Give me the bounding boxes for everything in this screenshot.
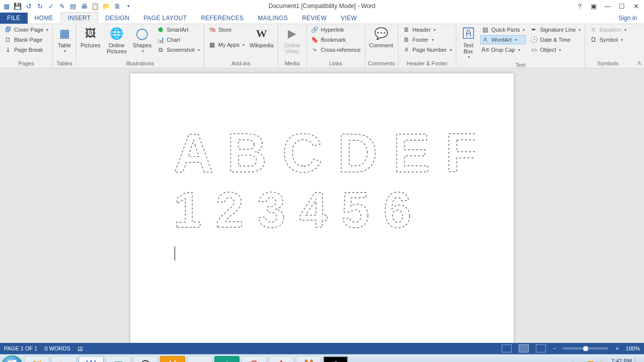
- zoom-in-icon[interactable]: +: [615, 345, 618, 351]
- collapse-ribbon-icon[interactable]: ᐱ: [637, 60, 641, 66]
- store-button[interactable]: 🛍Store: [207, 25, 246, 34]
- zoom-out-icon[interactable]: −: [553, 345, 556, 351]
- tab-file[interactable]: FILE: [0, 13, 28, 24]
- document-workspace[interactable]: A B C D E F 1 2 3 4 5 6: [0, 68, 644, 343]
- tab-references[interactable]: REFERENCES: [194, 13, 251, 24]
- cross-reference-icon: ⤷: [311, 46, 319, 54]
- cover-page-button[interactable]: 🗐Cover Page: [3, 25, 49, 34]
- screenshot-button[interactable]: ⧉Screenshot: [155, 45, 201, 54]
- header-button[interactable]: 🗎Header: [401, 25, 453, 34]
- qat-item-icon[interactable]: ✎: [57, 2, 66, 11]
- footer-button[interactable]: 🗎Footer: [401, 35, 453, 44]
- blank-page-button[interactable]: 🗋Blank Page: [3, 35, 49, 44]
- text-box-button[interactable]: 🄰Text Box: [459, 25, 477, 61]
- chart-icon: 📊: [156, 36, 165, 44]
- quick-parts-button[interactable]: ▤Quick Parts: [480, 25, 526, 34]
- taskbar-opera-icon[interactable]: O: [242, 356, 267, 363]
- hyperlink-button[interactable]: 🔗Hyperlink: [310, 25, 362, 34]
- svg-text:1 2 3 4 5 6: 1 2 3 4 5 6: [174, 182, 412, 237]
- maximize-icon[interactable]: ☐: [617, 3, 627, 10]
- web-layout-icon[interactable]: [536, 344, 546, 352]
- print-layout-icon[interactable]: [519, 344, 529, 352]
- sign-in-link[interactable]: Sign in: [611, 13, 644, 24]
- qat-customize-icon[interactable]: ▾: [124, 2, 133, 11]
- start-button[interactable]: [2, 355, 22, 363]
- comment-button[interactable]: 💬Comment: [368, 25, 394, 49]
- close-icon[interactable]: ✕: [631, 3, 641, 10]
- taskbar-uc-icon[interactable]: U: [160, 356, 185, 363]
- taskbar-firefox-icon[interactable]: 🦊: [296, 356, 321, 363]
- system-tray: ▴ ⚑ 🔊 🛡 📶 🔋 7:42 PM 5/24/2018: [554, 357, 642, 363]
- cross-reference-button[interactable]: ⤷Cross-reference: [310, 45, 362, 54]
- taskbar-excel-icon[interactable]: ▦: [106, 356, 131, 363]
- zoom-level[interactable]: 100%: [626, 345, 640, 351]
- group-label: Comments: [368, 59, 395, 68]
- qat-item-icon[interactable]: 📁: [102, 2, 111, 11]
- symbol-button[interactable]: ΩSymbol: [588, 35, 627, 44]
- document-page[interactable]: A B C D E F 1 2 3 4 5 6: [130, 73, 514, 343]
- smartart-button[interactable]: ⬢SmartArt: [155, 25, 201, 34]
- wordart-button[interactable]: AWordArt: [480, 35, 526, 44]
- group-label: Pages: [3, 59, 49, 68]
- minimize-icon[interactable]: —: [603, 3, 613, 10]
- taskbar-word-icon[interactable]: W: [78, 356, 104, 363]
- page-number-button[interactable]: #Page Number: [401, 45, 453, 54]
- save-icon[interactable]: 💾: [13, 2, 22, 11]
- wikipedia-button[interactable]: WWikipedia: [249, 25, 275, 49]
- tab-design[interactable]: DESIGN: [98, 13, 136, 24]
- group-links: 🔗Hyperlink 🔖Bookmark ⤷Cross-reference Li…: [307, 24, 365, 68]
- taskbar-explorer-icon[interactable]: 📁: [24, 356, 49, 363]
- page-indicator[interactable]: PAGE 1 OF 1: [4, 345, 37, 351]
- my-apps-button[interactable]: ▦My Apps: [207, 40, 246, 49]
- object-button[interactable]: ▭Object: [529, 45, 582, 54]
- tab-insert[interactable]: INSERT: [60, 12, 99, 24]
- proofing-icon[interactable]: 🕮: [77, 345, 83, 351]
- redo-icon[interactable]: ↻: [35, 2, 44, 11]
- taskbar-media-player-icon[interactable]: ▶: [51, 356, 76, 363]
- undo-icon[interactable]: ↺: [24, 2, 33, 11]
- tab-home[interactable]: HOME: [28, 13, 60, 24]
- document-wordart-text: A B C D E F 1 2 3 4 5 6: [174, 122, 475, 237]
- drop-cap-icon: A≡: [481, 46, 490, 54]
- tab-review[interactable]: REVIEW: [295, 13, 334, 24]
- word-count[interactable]: 0 WORDS: [44, 345, 70, 351]
- shapes-button[interactable]: ◯Shapes: [132, 25, 152, 55]
- word-app-icon[interactable]: ▦: [2, 2, 11, 11]
- qat-item-icon[interactable]: ▤: [68, 2, 77, 11]
- tray-clock[interactable]: 7:42 PM 5/24/2018: [607, 358, 632, 362]
- chart-button[interactable]: 📊Chart: [155, 35, 201, 44]
- ribbon-tabs: FILE HOME INSERT DESIGN PAGE LAYOUT REFE…: [0, 12, 644, 24]
- group-addins: 🛍Store ▦My Apps WWikipedia Add-ins: [204, 24, 278, 68]
- pictures-button[interactable]: 🖼Pictures: [79, 25, 102, 49]
- taskbar-chrome-icon[interactable]: ◯: [133, 356, 158, 363]
- show-desktop-button[interactable]: [635, 357, 639, 363]
- signature-line-button[interactable]: ✒Signature Line: [529, 25, 582, 34]
- zoom-slider[interactable]: [563, 347, 608, 349]
- group-comments: 💬Comment Comments: [365, 24, 398, 68]
- equation-button[interactable]: πEquation: [588, 25, 627, 34]
- drop-cap-button[interactable]: A≡Drop Cap: [480, 45, 526, 54]
- group-label: Media: [281, 59, 303, 68]
- taskbar-camera-icon[interactable]: ◎: [323, 356, 348, 363]
- qat-item-icon[interactable]: ✓: [46, 2, 55, 11]
- taskbar-adobe-icon[interactable]: A: [269, 356, 294, 363]
- new-doc-icon[interactable]: 🗎: [113, 2, 122, 11]
- online-pictures-button[interactable]: 🌐Online Pictures: [105, 25, 129, 55]
- footer-icon: 🗎: [403, 36, 411, 44]
- help-icon[interactable]: ?: [575, 3, 585, 10]
- tab-page-layout[interactable]: PAGE LAYOUT: [136, 13, 194, 24]
- read-mode-icon[interactable]: [502, 344, 512, 352]
- qat-item-icon[interactable]: 🖶: [79, 2, 89, 11]
- table-button[interactable]: ▦ Table: [56, 25, 73, 55]
- qat-item-icon[interactable]: 📋: [91, 2, 100, 11]
- bookmark-button[interactable]: 🔖Bookmark: [310, 35, 362, 44]
- ribbon-display-icon[interactable]: ▣: [589, 3, 599, 10]
- online-video-button[interactable]: ▶Online Video: [281, 25, 303, 55]
- tab-view[interactable]: VIEW: [334, 13, 364, 24]
- taskbar-vlc-icon[interactable]: ▲: [187, 356, 212, 363]
- wordart-icon: A: [481, 36, 490, 44]
- date-time-button[interactable]: 🕒Date & Time: [529, 35, 582, 44]
- taskbar-app-icon[interactable]: ✦: [214, 356, 239, 363]
- tab-mailings[interactable]: MAILINGS: [251, 13, 295, 24]
- page-break-button[interactable]: ⤓Page Break: [3, 45, 49, 54]
